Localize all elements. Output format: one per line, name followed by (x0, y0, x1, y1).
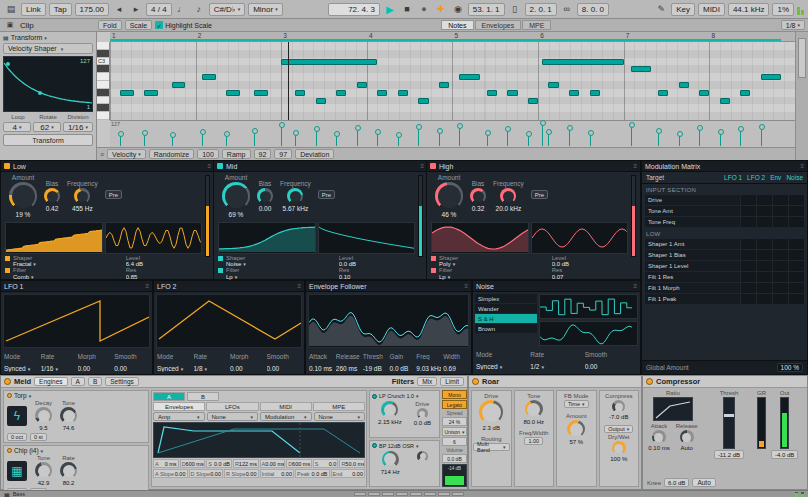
midi-note[interactable] (144, 90, 158, 96)
velocity-marker[interactable] (569, 129, 570, 146)
velocity-marker[interactable] (418, 128, 419, 146)
enable-toggle[interactable] (431, 256, 436, 261)
lfo1-waveform-display[interactable] (3, 294, 150, 348)
tap-tempo-button[interactable]: Tap (49, 3, 72, 16)
ramp-end-field[interactable]: 97 (274, 149, 292, 159)
time-signature-field[interactable]: 4 / 4 (146, 3, 172, 16)
velocity-marker[interactable] (120, 135, 121, 146)
midi-note[interactable] (295, 90, 305, 96)
param-value[interactable]: 0.10 (339, 274, 423, 280)
param-selector[interactable]: Lp (226, 274, 336, 280)
matrix-cell[interactable] (789, 261, 804, 271)
noise-type-brown[interactable]: Brown (475, 324, 537, 333)
pre-button[interactable]: Pre (531, 190, 548, 199)
clip-slot[interactable] (396, 492, 408, 496)
device-activator[interactable] (472, 378, 479, 385)
scale-icon[interactable]: ♪ (192, 3, 206, 16)
knee-value[interactable]: 6.0 dB (664, 478, 689, 487)
velocity-marker[interactable] (357, 129, 358, 146)
filter-freq-knob[interactable] (382, 451, 399, 468)
scale-button[interactable]: Scale (125, 20, 153, 30)
white-key[interactable] (97, 73, 109, 81)
attack-value[interactable]: 0.10 ms (648, 445, 669, 451)
midi-note[interactable] (487, 90, 497, 96)
record-button[interactable]: ● (417, 3, 431, 16)
device-activator[interactable] (646, 378, 653, 385)
enable-toggle[interactable] (5, 268, 10, 273)
threshold-slider[interactable] (723, 397, 735, 449)
filter-freq-knob[interactable] (381, 401, 398, 418)
param-value[interactable]: 0.0 dB (339, 261, 423, 267)
matrix-cell[interactable] (757, 261, 772, 271)
freq-width-value[interactable]: 1.00 (524, 437, 543, 445)
loop-region[interactable] (110, 39, 781, 41)
midi-note[interactable] (761, 74, 782, 80)
param-value[interactable]: 1/2 (530, 363, 582, 370)
param-selector[interactable]: Lp (439, 274, 549, 280)
midi-note[interactable] (357, 82, 367, 88)
matrix-cell[interactable] (773, 195, 788, 205)
velocity-marker[interactable] (590, 134, 591, 146)
midi-note[interactable] (336, 90, 346, 96)
transform-tool-selector[interactable]: Velocity Shaper (3, 43, 93, 54)
amount-value[interactable]: 19 % (16, 211, 31, 218)
midi-note[interactable] (658, 90, 668, 96)
frequency-value[interactable]: 20.0 kHz (496, 205, 522, 212)
midi-note[interactable] (120, 90, 134, 96)
matrix-cell[interactable] (789, 250, 804, 260)
black-key[interactable] (97, 65, 109, 73)
bias-value[interactable]: 0.32 (472, 205, 485, 212)
midi-note[interactable] (226, 90, 240, 96)
engine-selector[interactable]: Torp (7, 392, 145, 399)
link-button[interactable]: Link (21, 3, 46, 16)
matrix-cell[interactable] (773, 206, 788, 216)
knob[interactable] (60, 462, 77, 479)
midi-note[interactable] (459, 74, 480, 80)
param-value[interactable]: 260 ms (336, 365, 361, 372)
amount-knob[interactable] (9, 182, 37, 210)
env-ab-b[interactable]: B (187, 392, 219, 401)
param-value[interactable]: 1/16 (41, 365, 76, 372)
compress-knob[interactable] (612, 400, 625, 413)
tab-mpe[interactable]: MPE (522, 20, 551, 30)
loop-length-field[interactable]: 8. 0. 0 (577, 3, 609, 16)
clip-slot[interactable] (354, 492, 366, 496)
env2-route-selector[interactable]: None (314, 412, 366, 421)
velocity-marker[interactable] (295, 134, 296, 146)
matrix-cell[interactable] (773, 294, 788, 304)
velocity-marker[interactable] (459, 127, 460, 146)
amount-knob[interactable] (435, 182, 463, 210)
midi-note[interactable] (590, 90, 600, 96)
enable-toggle[interactable] (218, 268, 223, 273)
lfo1-menu-icon[interactable]: ≡ (145, 283, 149, 289)
bias-knob[interactable] (257, 188, 273, 204)
matrix-cell[interactable] (741, 239, 756, 249)
velocity-marker[interactable] (487, 134, 488, 146)
velocity-marker[interactable] (528, 135, 529, 146)
matrix-menu-icon[interactable]: ≡ (800, 163, 804, 169)
tab-envelopes[interactable]: Envelopes (153, 402, 205, 411)
midi-note[interactable] (679, 82, 689, 88)
frequency-knob[interactable] (74, 188, 90, 204)
ramp-button[interactable]: Ramp (222, 149, 251, 159)
engine-name[interactable]: Chip (i4) (14, 447, 43, 454)
matrix-cell[interactable] (757, 272, 772, 282)
output-selector[interactable]: Output (604, 425, 633, 433)
matrix-cell[interactable] (757, 217, 772, 227)
tempo-field[interactable]: 175.00 (75, 3, 109, 16)
key-map-button[interactable]: Key (671, 3, 695, 16)
fold-button[interactable]: Fold (98, 20, 122, 30)
enable-toggle[interactable] (218, 256, 223, 261)
band-menu-icon[interactable]: ≡ (207, 163, 211, 169)
tab-midi[interactable]: MIDI (260, 402, 312, 411)
param-value[interactable]: 0.85 (126, 274, 210, 280)
white-key[interactable]: C3 (97, 58, 109, 66)
frequency-knob[interactable] (500, 188, 516, 204)
dry-wet-knob[interactable] (612, 441, 626, 455)
env-param[interactable]: D600 ms (286, 459, 312, 468)
bias-knob[interactable] (44, 188, 60, 204)
scale-root-selector[interactable]: C#/D♭ (209, 3, 246, 16)
param-value[interactable]: Synced (4, 365, 39, 372)
transform-param-loop[interactable]: 4 (3, 122, 31, 132)
metronome-icon[interactable]: ♩ (175, 3, 189, 16)
